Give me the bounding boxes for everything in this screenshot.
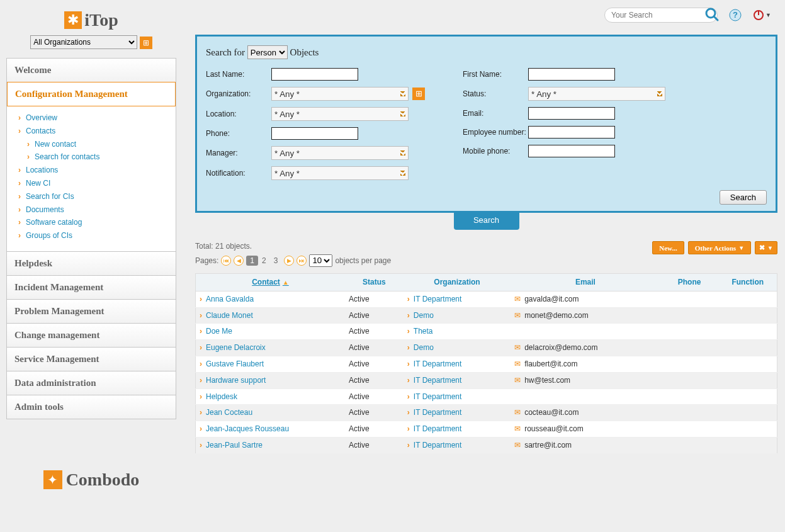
page-number[interactable]: 1 <box>246 256 258 266</box>
table-row: Claude MonetActiveDemo✉monet@demo.com <box>196 307 777 324</box>
cell-phone <box>660 291 719 307</box>
search-panel-title: Search for Person Objects <box>206 45 767 59</box>
input-first-name[interactable] <box>528 68 615 81</box>
label-employee-number: Employee number: <box>463 127 528 138</box>
menu-section-change-management[interactable]: Change management <box>7 323 176 347</box>
cell-organization[interactable]: Demo <box>404 307 511 324</box>
cell-organization[interactable]: IT Department <box>404 405 511 421</box>
cell-contact[interactable]: Doe Me <box>196 324 345 340</box>
menu-item[interactable]: Groups of CIs <box>18 229 172 242</box>
cell-contact[interactable]: Jean-Paul Sartre <box>196 437 345 453</box>
search-button[interactable]: Search <box>720 190 767 205</box>
search-icon[interactable] <box>704 6 720 26</box>
cell-organization[interactable]: IT Department <box>404 372 511 388</box>
cell-contact[interactable]: Jean-Jacques Rousseau <box>196 421 345 438</box>
tools-button[interactable]: ✖▼ <box>755 241 777 254</box>
cell-contact[interactable]: Gustave Flaubert <box>196 356 345 372</box>
cell-organization[interactable]: Theta <box>404 324 511 340</box>
cell-organization[interactable]: IT Department <box>404 356 511 372</box>
page-next-icon[interactable]: ▶ <box>284 256 294 266</box>
select-location[interactable]: * Any * <box>271 107 409 121</box>
page-last-icon[interactable]: ⏭ <box>296 256 307 266</box>
select-status[interactable]: * Any * <box>528 87 665 101</box>
cell-email[interactable]: ✉monet@demo.com <box>511 307 660 324</box>
column-function[interactable]: Function <box>719 273 777 291</box>
menu-item[interactable]: Documents <box>18 203 172 217</box>
menu-item[interactable]: New CI <box>18 177 172 190</box>
menu-section-service-management[interactable]: Service Management <box>7 347 176 371</box>
mail-icon: ✉ <box>514 311 521 320</box>
cell-email[interactable]: ✉gavalda@it.com <box>511 291 660 307</box>
column-status[interactable]: Status <box>345 273 404 291</box>
other-actions-button[interactable]: Other Actions▼ <box>688 241 751 254</box>
menu-section-problem-management[interactable]: Problem Management <box>7 299 176 323</box>
menu-section-welcome[interactable]: Welcome <box>7 59 176 82</box>
search-tab[interactable]: Search <box>454 212 519 230</box>
input-email[interactable] <box>528 107 615 120</box>
cell-contact[interactable]: Eugene Delacroix <box>196 340 345 356</box>
menu-item[interactable]: Overview <box>18 111 172 125</box>
cell-contact[interactable]: Jean Cocteau <box>196 405 345 421</box>
cell-contact[interactable]: Anna Gavalda <box>196 291 345 307</box>
results-toolbar: Total: 21 objects. Pages: ⏮ ◀ 123 ▶ ⏭ 10… <box>195 241 777 267</box>
per-page-select[interactable]: 10 <box>309 254 332 267</box>
cell-status: Active <box>345 388 404 405</box>
cell-email[interactable]: ✉rousseau@it.com <box>511 421 660 438</box>
org-tree-icon[interactable] <box>412 88 425 100</box>
table-row: Jean CocteauActiveIT Department✉cocteau@… <box>196 405 777 421</box>
cell-organization[interactable]: IT Department <box>404 291 511 307</box>
select-notification[interactable]: * Any * <box>271 166 409 180</box>
logout-menu[interactable]: ▼ <box>753 9 771 21</box>
cell-email[interactable]: ✉cocteau@it.com <box>511 405 660 421</box>
new-button[interactable]: New... <box>652 241 684 254</box>
org-tree-button[interactable]: ⊞ <box>140 37 152 49</box>
page-prev-icon[interactable]: ◀ <box>234 256 244 266</box>
cell-organization[interactable]: IT Department <box>404 421 511 438</box>
column-contact[interactable]: Contact▲ <box>196 273 345 291</box>
input-employee-number[interactable] <box>528 126 615 139</box>
select-manager[interactable]: * Any * <box>271 146 409 160</box>
menu-subitem[interactable]: Search for contacts <box>27 150 172 164</box>
help-icon[interactable]: ? <box>729 9 742 21</box>
pages-label: Pages: <box>195 256 218 266</box>
mail-icon: ✉ <box>514 376 521 385</box>
cell-email[interactable]: ✉hw@test.com <box>511 372 660 388</box>
menu-section-admin-tools[interactable]: Admin tools <box>7 395 176 419</box>
input-mobile[interactable] <box>528 145 615 157</box>
label-notification: Notification: <box>206 168 271 179</box>
menu-item[interactable]: Contacts <box>18 125 172 138</box>
menu-item[interactable]: Search for CIs <box>18 190 172 203</box>
cell-function <box>719 388 777 405</box>
global-search-input[interactable] <box>604 8 718 23</box>
cell-function <box>719 421 777 438</box>
menu-section-helpdesk[interactable]: Helpdesk <box>7 251 176 275</box>
cell-email[interactable]: ✉flaubert@it.com <box>511 356 660 372</box>
cell-organization[interactable]: IT Department <box>404 437 511 453</box>
results-table: Contact▲StatusOrganizationEmailPhoneFunc… <box>195 273 777 454</box>
input-phone[interactable] <box>271 127 358 140</box>
column-organization[interactable]: Organization <box>404 273 511 291</box>
cell-phone <box>660 437 719 453</box>
cell-email[interactable]: ✉sartre@it.com <box>511 437 660 453</box>
cell-organization[interactable]: Demo <box>404 340 511 356</box>
page-number[interactable]: 2 <box>258 256 270 266</box>
cell-contact[interactable]: Claude Monet <box>196 307 345 324</box>
object-type-select[interactable]: Person <box>247 45 288 59</box>
cell-contact[interactable]: Hardware support <box>196 372 345 388</box>
column-email[interactable]: Email <box>511 273 660 291</box>
select-organization[interactable]: * Any * <box>271 87 409 101</box>
column-phone[interactable]: Phone <box>660 273 719 291</box>
menu-section-incident-management[interactable]: Incident Management <box>7 275 176 299</box>
menu-item[interactable]: Locations <box>18 164 172 177</box>
menu-item[interactable]: Software catalog <box>18 216 172 229</box>
input-last-name[interactable] <box>271 68 358 81</box>
menu-section-data-administration[interactable]: Data administration <box>7 371 176 395</box>
org-select[interactable]: All Organizations <box>30 35 137 49</box>
page-first-icon[interactable]: ⏮ <box>221 256 231 266</box>
menu-section-configuration-management[interactable]: Configuration Management <box>7 82 176 106</box>
cell-organization[interactable]: IT Department <box>404 388 511 405</box>
cell-contact[interactable]: Helpdesk <box>196 388 345 405</box>
cell-email[interactable]: ✉delacroix@demo.com <box>511 340 660 356</box>
menu-subitem[interactable]: New contact <box>27 138 172 151</box>
page-number[interactable]: 3 <box>270 256 282 266</box>
